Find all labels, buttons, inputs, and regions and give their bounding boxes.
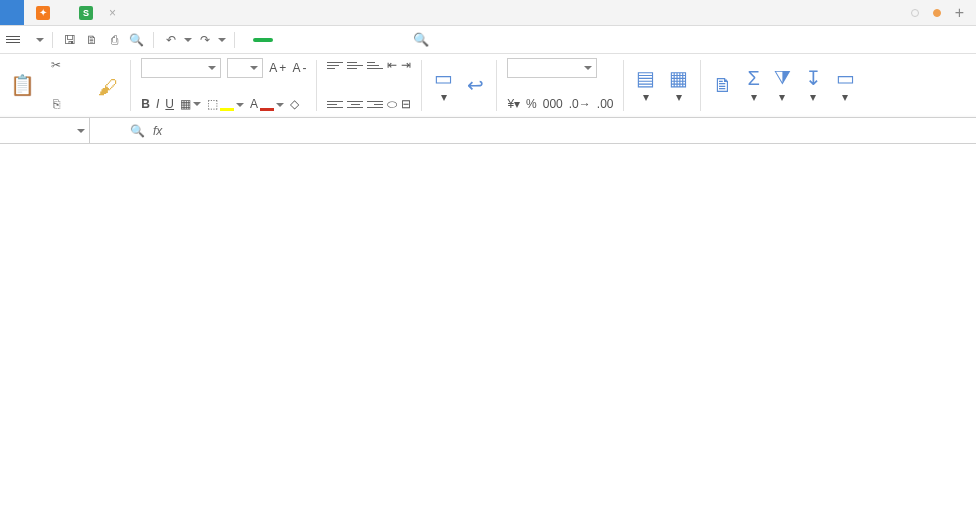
filter-button[interactable]: ⧩▾ bbox=[770, 56, 795, 115]
wrap-text-button[interactable]: ↩ bbox=[463, 56, 488, 115]
merge-split-button[interactable]: ⊟ bbox=[401, 97, 411, 111]
decrease-decimal-button[interactable]: .00 bbox=[597, 97, 614, 111]
close-tab-icon[interactable]: × bbox=[109, 6, 116, 20]
table-style-icon: ▦ bbox=[669, 68, 688, 88]
paste-button[interactable]: 📋 bbox=[6, 56, 39, 115]
increase-decimal-button[interactable]: .0→ bbox=[569, 97, 591, 111]
table-style-button[interactable]: ▦▾ bbox=[665, 56, 692, 115]
preview-icon[interactable]: 🔍 bbox=[127, 33, 145, 47]
increase-indent-button[interactable]: ⇥ bbox=[401, 58, 411, 72]
save-icon[interactable]: 🖫 bbox=[61, 33, 79, 47]
find-button[interactable]: 🔍 bbox=[413, 32, 432, 47]
align-bottom-button[interactable] bbox=[367, 58, 383, 72]
spreadsheet-icon: S bbox=[79, 6, 93, 20]
fx-icon[interactable]: fx bbox=[153, 124, 162, 138]
number-format-select[interactable] bbox=[507, 58, 597, 78]
copy-icon: ⎘ bbox=[47, 97, 65, 111]
clear-format-button[interactable]: ◇ bbox=[290, 97, 299, 111]
print-icon[interactable]: ⎙ bbox=[105, 33, 123, 47]
percent-button[interactable]: % bbox=[526, 97, 537, 111]
merge-center-button[interactable]: ▭▾ bbox=[430, 56, 457, 115]
tab-workbook[interactable]: S × bbox=[67, 0, 128, 25]
bold-button[interactable]: B bbox=[141, 97, 150, 111]
file-menu-bar: 🖫 🗎 ⎙ 🔍 ↶ ↷ 🔍 bbox=[0, 26, 976, 54]
name-box[interactable] bbox=[0, 118, 90, 143]
document-tab-bar: ✦ S × + bbox=[0, 0, 976, 26]
format-painter-large[interactable]: 🖌 bbox=[94, 56, 122, 115]
conditional-format-button[interactable]: ▤▾ bbox=[632, 56, 659, 115]
redo-icon[interactable]: ↷ bbox=[196, 33, 214, 47]
chevron-down-icon bbox=[250, 66, 258, 74]
doc-icon: 🗎 bbox=[713, 75, 733, 95]
zoom-icon[interactable]: 🔍 bbox=[130, 124, 145, 138]
decrease-indent-button[interactable]: ⇤ bbox=[387, 58, 397, 72]
align-middle-button[interactable] bbox=[347, 58, 363, 72]
fill-color-button[interactable]: ⬚ bbox=[207, 97, 244, 111]
increase-font-button[interactable]: A+ bbox=[269, 61, 286, 75]
font-color-button[interactable]: A bbox=[250, 97, 284, 111]
decrease-font-button[interactable]: A- bbox=[292, 61, 306, 75]
menu-start[interactable] bbox=[253, 38, 273, 42]
undo-icon[interactable]: ↶ bbox=[162, 33, 180, 47]
funnel-icon: ⧩ bbox=[774, 68, 791, 88]
sort-button[interactable]: ↧▾ bbox=[801, 56, 826, 115]
align-right-button[interactable] bbox=[367, 97, 383, 111]
tab-home[interactable] bbox=[0, 0, 24, 25]
chevron-down-icon bbox=[208, 66, 216, 74]
chevron-down-icon bbox=[36, 38, 44, 46]
flame-icon: ✦ bbox=[36, 6, 50, 20]
scissors-icon: ✂ bbox=[47, 58, 65, 72]
align-left-button[interactable] bbox=[327, 97, 343, 111]
underline-button[interactable]: U bbox=[165, 97, 174, 111]
window-state-icon[interactable] bbox=[911, 9, 919, 17]
align-top-button[interactable] bbox=[327, 58, 343, 72]
fill-button[interactable] bbox=[865, 56, 873, 115]
tab-daoke[interactable]: ✦ bbox=[24, 0, 67, 25]
border-button[interactable]: ▦ bbox=[180, 97, 201, 111]
window-modified-icon bbox=[933, 9, 941, 17]
new-tab-button[interactable]: + bbox=[955, 4, 964, 22]
wrap-icon: ↩ bbox=[467, 75, 484, 95]
ribbon-toolbar: 📋 ✂ ⎘ 🖌 A+ A- B I U ▦ ⬚ A ◇ ⇤ bbox=[0, 54, 976, 118]
font-name-select[interactable] bbox=[141, 58, 221, 78]
sum-button[interactable]: Σ▾ bbox=[743, 56, 763, 115]
search-icon: 🔍 bbox=[413, 32, 429, 47]
cond-format-icon: ▤ bbox=[636, 68, 655, 88]
orientation-button[interactable]: ⬭ bbox=[387, 97, 397, 111]
hamburger-icon[interactable] bbox=[6, 36, 20, 43]
format-button[interactable]: ▭▾ bbox=[832, 56, 859, 115]
format-icon: ▭ bbox=[836, 68, 855, 88]
clipboard-icon: 📋 bbox=[10, 75, 35, 95]
save-as-icon[interactable]: 🗎 bbox=[83, 33, 101, 47]
chevron-down-icon[interactable] bbox=[184, 38, 192, 46]
brush-icon: 🖌 bbox=[98, 77, 118, 97]
align-center-button[interactable] bbox=[347, 97, 363, 111]
font-size-select[interactable] bbox=[227, 58, 263, 78]
currency-button[interactable]: ¥▾ bbox=[507, 97, 520, 111]
doc-helper-button[interactable]: 🗎 bbox=[709, 56, 737, 115]
italic-button[interactable]: I bbox=[156, 97, 159, 111]
formula-bar: 🔍 fx bbox=[0, 118, 976, 144]
chevron-down-icon[interactable] bbox=[218, 38, 226, 46]
comma-button[interactable]: 000 bbox=[543, 97, 563, 111]
sigma-icon: Σ bbox=[747, 68, 759, 88]
merge-icon: ▭ bbox=[434, 68, 453, 88]
sort-icon: ↧ bbox=[805, 68, 822, 88]
